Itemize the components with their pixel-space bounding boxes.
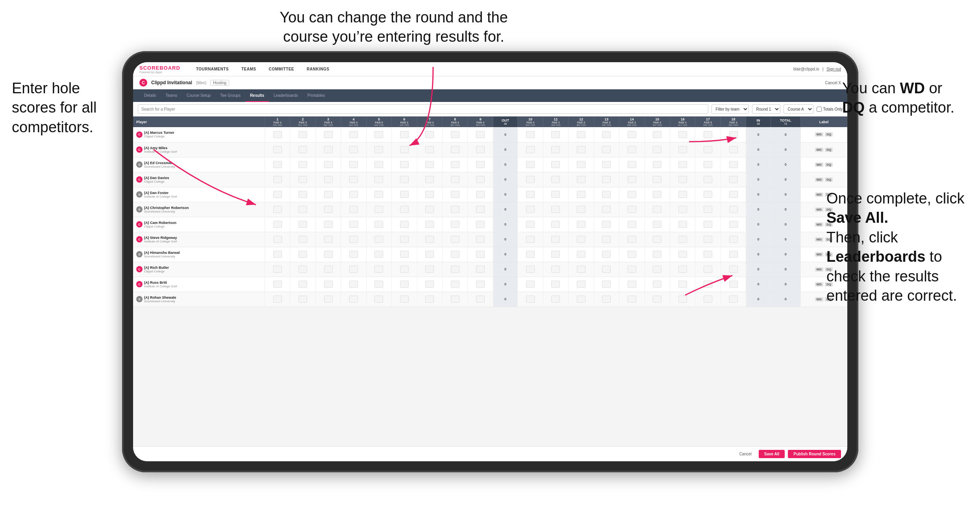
score-hole-5[interactable] <box>366 187 391 202</box>
score-input-6[interactable] <box>400 176 409 183</box>
score-hole-18[interactable] <box>721 172 746 187</box>
score-hole-16[interactable] <box>670 232 695 247</box>
score-input-4[interactable] <box>349 236 358 243</box>
score-hole-9[interactable] <box>468 292 493 307</box>
score-hole-15[interactable] <box>645 277 670 292</box>
score-hole-2[interactable] <box>290 292 315 307</box>
score-input-13[interactable] <box>602 281 611 288</box>
tab-teams[interactable]: Teams <box>161 89 182 102</box>
score-input-8[interactable] <box>451 176 459 183</box>
score-input-4[interactable] <box>349 221 358 228</box>
score-input-5[interactable] <box>374 176 383 183</box>
score-hole-16[interactable] <box>670 247 695 262</box>
course-select[interactable]: Course A <box>784 104 813 114</box>
score-hole-13[interactable] <box>594 232 619 247</box>
score-input-16[interactable] <box>678 161 687 168</box>
score-hole-13[interactable] <box>594 202 619 217</box>
score-hole-17[interactable] <box>695 187 721 202</box>
score-input-12[interactable] <box>577 251 585 258</box>
score-input-14[interactable] <box>628 251 636 258</box>
score-input-18[interactable] <box>729 191 738 198</box>
score-input-13[interactable] <box>602 131 611 138</box>
score-hole-11[interactable] <box>543 232 568 247</box>
score-input-1[interactable] <box>273 161 282 168</box>
score-input-11[interactable] <box>551 191 560 198</box>
score-input-2[interactable] <box>298 161 307 168</box>
score-hole-15[interactable] <box>645 157 670 172</box>
score-hole-8[interactable] <box>443 292 468 307</box>
score-input-16[interactable] <box>678 296 687 303</box>
score-input-1[interactable] <box>273 236 282 243</box>
score-hole-8[interactable] <box>443 232 468 247</box>
score-input-4[interactable] <box>349 281 358 288</box>
score-input-8[interactable] <box>451 251 459 258</box>
score-hole-7[interactable] <box>417 277 442 292</box>
score-hole-3[interactable] <box>315 187 341 202</box>
score-hole-16[interactable] <box>670 217 695 232</box>
score-input-16[interactable] <box>678 281 687 288</box>
score-input-6[interactable] <box>400 296 409 303</box>
nav-committee[interactable]: COMMITTEE <box>267 67 296 71</box>
score-input-11[interactable] <box>551 221 560 228</box>
score-hole-14[interactable] <box>619 157 645 172</box>
score-input-5[interactable] <box>374 281 383 288</box>
score-hole-4[interactable] <box>341 232 366 247</box>
nav-rankings[interactable]: RANKINGS <box>305 67 331 71</box>
score-hole-17[interactable] <box>695 232 721 247</box>
score-input-8[interactable] <box>451 146 459 153</box>
score-hole-8[interactable] <box>443 247 468 262</box>
score-hole-12[interactable] <box>569 262 594 277</box>
score-input-1[interactable] <box>273 191 282 198</box>
score-input-17[interactable] <box>704 161 712 168</box>
score-hole-10[interactable] <box>518 217 543 232</box>
save-all-button[interactable]: Save All <box>759 450 785 458</box>
score-hole-8[interactable] <box>443 217 468 232</box>
score-input-18[interactable] <box>729 281 738 288</box>
score-input-14[interactable] <box>628 131 636 138</box>
score-hole-7[interactable] <box>417 127 442 142</box>
score-input-4[interactable] <box>349 131 358 138</box>
score-hole-14[interactable] <box>619 202 645 217</box>
score-hole-12[interactable] <box>569 127 594 142</box>
score-hole-13[interactable] <box>594 247 619 262</box>
score-hole-7[interactable] <box>417 247 442 262</box>
score-input-16[interactable] <box>678 146 687 153</box>
score-input-8[interactable] <box>451 131 459 138</box>
tab-tee-groups[interactable]: Tee Groups <box>215 89 245 102</box>
search-input[interactable] <box>138 104 708 114</box>
score-input-9[interactable] <box>476 236 485 243</box>
score-input-15[interactable] <box>653 221 661 228</box>
score-hole-9[interactable] <box>468 172 493 187</box>
score-hole-18[interactable] <box>721 277 746 292</box>
score-hole-3[interactable] <box>315 157 341 172</box>
score-input-18[interactable] <box>729 236 738 243</box>
score-hole-14[interactable] <box>619 217 645 232</box>
score-input-17[interactable] <box>704 281 712 288</box>
score-hole-12[interactable] <box>569 232 594 247</box>
score-input-4[interactable] <box>349 191 358 198</box>
score-input-6[interactable] <box>400 131 409 138</box>
score-hole-8[interactable] <box>443 172 468 187</box>
sign-out-link[interactable]: Sign out <box>826 67 841 71</box>
score-input-3[interactable] <box>324 221 333 228</box>
score-hole-18[interactable] <box>721 142 746 157</box>
score-hole-5[interactable] <box>366 142 391 157</box>
score-hole-5[interactable] <box>366 292 391 307</box>
wd-button[interactable]: WD <box>815 222 823 227</box>
score-hole-10[interactable] <box>518 142 543 157</box>
score-input-3[interactable] <box>324 206 333 213</box>
score-input-5[interactable] <box>374 266 383 273</box>
score-hole-10[interactable] <box>518 157 543 172</box>
score-hole-9[interactable] <box>468 277 493 292</box>
score-hole-1[interactable] <box>265 217 290 232</box>
score-input-3[interactable] <box>324 146 333 153</box>
score-input-4[interactable] <box>349 296 358 303</box>
score-hole-4[interactable] <box>341 217 366 232</box>
score-input-7[interactable] <box>425 221 434 228</box>
score-input-18[interactable] <box>729 206 738 213</box>
score-hole-3[interactable] <box>315 202 341 217</box>
score-input-10[interactable] <box>526 146 535 153</box>
score-hole-13[interactable] <box>594 157 619 172</box>
score-hole-3[interactable] <box>315 292 341 307</box>
score-input-13[interactable] <box>602 236 611 243</box>
